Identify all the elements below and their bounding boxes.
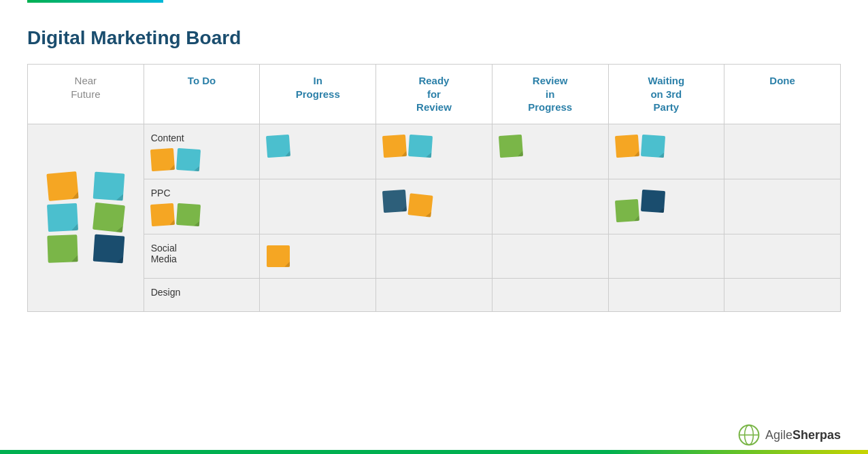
sticky-note bbox=[408, 134, 433, 157]
sticky-notes-group bbox=[383, 135, 485, 157]
sticky-notes-group bbox=[499, 135, 601, 157]
sticky-note bbox=[93, 234, 124, 264]
sticky-notes-group bbox=[616, 190, 718, 222]
review-progress-content-cell bbox=[492, 124, 608, 179]
sticky-note bbox=[266, 134, 290, 157]
done-social-cell bbox=[724, 234, 841, 278]
table-row: PPC bbox=[28, 179, 841, 234]
sticky-note bbox=[150, 147, 175, 171]
ready-review-ppc-cell bbox=[376, 179, 493, 234]
row-label-design: Design bbox=[151, 287, 253, 298]
ready-review-social-cell bbox=[376, 234, 493, 278]
table-row: SocialMedia bbox=[28, 234, 841, 278]
col-header-done: Done bbox=[724, 65, 841, 124]
sticky-note bbox=[640, 134, 665, 157]
done-design-cell bbox=[724, 278, 841, 311]
waiting-content-cell bbox=[608, 124, 724, 179]
sticky-note bbox=[47, 234, 78, 263]
logo-area: AgileSherpas bbox=[738, 424, 841, 446]
col-header-near-future: NearFuture bbox=[28, 65, 144, 124]
sticky-notes-group bbox=[151, 149, 253, 171]
todo-social-cell: SocialMedia bbox=[144, 234, 260, 278]
sticky-note bbox=[614, 134, 639, 157]
done-ppc-cell bbox=[724, 179, 841, 234]
page-container: Digital Marketing Board NearFuture To Do… bbox=[0, 0, 868, 454]
sticky-note bbox=[640, 189, 665, 212]
waiting-design-cell bbox=[608, 278, 724, 311]
col-header-ready-review: ReadyforReview bbox=[376, 65, 493, 124]
todo-design-cell: Design bbox=[144, 278, 260, 311]
sticky-note bbox=[46, 171, 78, 201]
board-table: NearFuture To Do InProgress ReadyforRevi… bbox=[27, 64, 841, 312]
sticky-note bbox=[176, 203, 201, 226]
ready-review-design-cell bbox=[376, 278, 493, 311]
bottom-bar bbox=[0, 450, 868, 454]
waiting-social-cell bbox=[608, 234, 724, 278]
ready-review-content-cell bbox=[376, 124, 493, 179]
todo-ppc-cell: PPC bbox=[144, 179, 260, 234]
col-header-waiting: Waitingon 3rdParty bbox=[608, 65, 724, 124]
review-progress-ppc-cell bbox=[492, 179, 608, 234]
top-accent-line bbox=[27, 0, 163, 3]
sticky-note bbox=[93, 172, 124, 201]
review-progress-social-cell bbox=[492, 234, 608, 278]
sticky-notes-group bbox=[267, 245, 369, 267]
col-header-todo: To Do bbox=[144, 65, 260, 124]
table-row: Content bbox=[28, 124, 841, 179]
inprogress-social-cell bbox=[260, 234, 376, 278]
sticky-notes-group bbox=[616, 135, 718, 157]
row-label-ppc: PPC bbox=[151, 188, 253, 198]
sticky-note bbox=[614, 198, 639, 222]
logo-icon bbox=[738, 424, 760, 446]
board-wrapper: NearFuture To Do InProgress ReadyforRevi… bbox=[27, 64, 841, 312]
col-header-inprogress: InProgress bbox=[260, 65, 376, 124]
inprogress-ppc-cell bbox=[260, 179, 376, 234]
row-label-social: SocialMedia bbox=[151, 243, 253, 264]
logo-text: AgileSherpas bbox=[765, 428, 841, 442]
sticky-note bbox=[176, 147, 201, 171]
waiting-ppc-cell bbox=[608, 179, 724, 234]
sticky-note bbox=[47, 203, 78, 232]
near-future-cell bbox=[28, 124, 144, 311]
col-header-review-progress: ReviewinProgress bbox=[492, 65, 608, 124]
sticky-notes-group bbox=[383, 190, 485, 216]
sticky-note bbox=[382, 189, 407, 212]
page-title: Digital Marketing Board bbox=[27, 27, 841, 49]
sticky-note bbox=[150, 203, 175, 226]
sticky-notes-group bbox=[267, 135, 369, 157]
row-label-content: Content bbox=[151, 133, 253, 143]
done-content-cell bbox=[724, 124, 841, 179]
sticky-note bbox=[408, 193, 433, 217]
header-row: NearFuture To Do InProgress ReadyforRevi… bbox=[28, 65, 841, 124]
sticky-note bbox=[499, 134, 523, 157]
inprogress-content-cell bbox=[260, 124, 376, 179]
todo-content-cell: Content bbox=[144, 124, 260, 179]
sticky-note bbox=[382, 134, 407, 157]
table-row: Design bbox=[28, 278, 841, 311]
inprogress-design-cell bbox=[260, 278, 376, 311]
review-progress-design-cell bbox=[492, 278, 608, 311]
sticky-note bbox=[267, 245, 290, 267]
sticky-notes-group bbox=[151, 204, 253, 226]
sticky-note bbox=[93, 203, 125, 232]
